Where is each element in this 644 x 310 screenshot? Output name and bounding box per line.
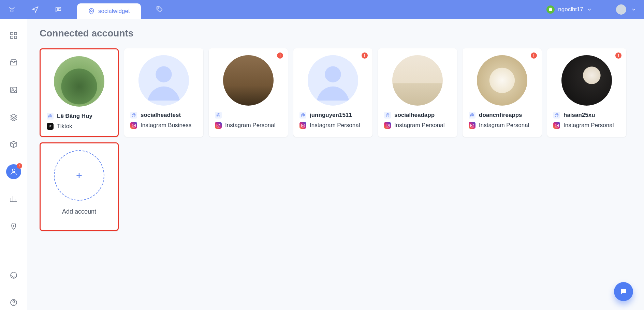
sidebar-item-dashboard[interactable] xyxy=(6,28,21,43)
avatar xyxy=(308,55,358,106)
platform-label: Instagram Personal xyxy=(394,122,444,129)
svg-rect-3 xyxy=(14,32,17,35)
platform-label: Instagram Personal xyxy=(310,122,360,129)
app-tab-wrap: socialwidget xyxy=(77,0,141,19)
sidebar: ! xyxy=(0,19,27,310)
svg-point-30 xyxy=(473,124,473,124)
at-icon: @ xyxy=(215,112,222,119)
warning-badge-icon: ! xyxy=(362,52,368,59)
sidebar-item-products[interactable] xyxy=(6,137,21,152)
add-account-circle xyxy=(54,150,104,201)
at-icon: @ xyxy=(469,112,475,119)
warning-badge-icon: ! xyxy=(615,52,621,59)
svg-point-1 xyxy=(158,7,159,9)
tag-icon[interactable] xyxy=(155,5,164,14)
svg-point-15 xyxy=(133,125,134,126)
platform-label: Instagram Personal xyxy=(225,122,275,129)
svg-rect-17 xyxy=(217,124,220,127)
chevron-down-icon xyxy=(631,7,636,12)
user-menu[interactable] xyxy=(616,4,636,15)
sidebar-item-help[interactable] xyxy=(6,295,21,310)
svg-rect-2 xyxy=(11,32,13,35)
sidebar-item-support[interactable] xyxy=(6,268,21,283)
sidebar-item-analytics[interactable] xyxy=(6,191,21,206)
svg-point-19 xyxy=(219,124,219,124)
platform-icon xyxy=(384,122,391,129)
svg-rect-14 xyxy=(132,124,135,127)
svg-rect-22 xyxy=(301,124,305,127)
svg-rect-4 xyxy=(11,36,13,38)
platform-label: Instagram Personal xyxy=(479,122,529,129)
platform-icon xyxy=(47,123,54,130)
svg-point-33 xyxy=(557,124,558,124)
page-title: Connected accounts xyxy=(40,28,644,39)
svg-point-0 xyxy=(91,10,92,12)
at-icon: @ xyxy=(299,112,306,119)
sidebar-item-layers[interactable] xyxy=(6,110,21,125)
svg-rect-28 xyxy=(470,124,474,127)
store-name: ngoclht17 xyxy=(558,6,583,13)
at-icon: @ xyxy=(130,112,137,119)
alert-badge-icon: ! xyxy=(17,163,22,169)
chat-icon[interactable] xyxy=(54,5,63,14)
svg-rect-6 xyxy=(11,87,17,93)
sidebar-item-accounts[interactable]: ! xyxy=(6,164,21,179)
add-account-label: Add account xyxy=(62,208,96,215)
avatar-icon xyxy=(616,4,626,15)
account-username: junnguyen1511 xyxy=(310,112,352,119)
plus-icon xyxy=(75,171,84,180)
svg-point-16 xyxy=(134,124,135,124)
platform-icon xyxy=(469,122,475,129)
at-icon: @ xyxy=(47,113,54,120)
svg-rect-25 xyxy=(386,124,389,127)
sidebar-item-inbox[interactable] xyxy=(6,55,21,70)
send-icon[interactable] xyxy=(31,5,40,14)
platform-label: Tiktok xyxy=(57,123,72,130)
account-card[interactable]: @ Instagram Personal ! xyxy=(209,48,288,137)
store-switcher[interactable]: ngoclht17 xyxy=(546,5,592,14)
avatar xyxy=(477,55,527,106)
at-icon: @ xyxy=(384,112,391,119)
sidebar-item-billing[interactable] xyxy=(6,219,21,234)
top-bar: socialwidget ngoclht17 xyxy=(0,0,644,19)
platform-icon xyxy=(299,122,306,129)
account-username: doancnfireapps xyxy=(479,112,522,119)
svg-rect-31 xyxy=(555,124,558,127)
chat-fab[interactable] xyxy=(614,282,633,301)
warning-badge-icon: ! xyxy=(531,52,537,59)
avatar xyxy=(392,55,443,106)
at-icon: @ xyxy=(553,112,560,119)
svg-point-8 xyxy=(12,169,15,172)
logo-icon[interactable] xyxy=(8,5,16,14)
avatar xyxy=(561,55,612,106)
platform-icon xyxy=(553,122,560,129)
add-account-card[interactable]: Add account xyxy=(40,142,119,231)
svg-point-11 xyxy=(13,304,14,304)
platform-label: Instagram Business xyxy=(141,122,191,129)
tab-label: socialwidget xyxy=(98,8,130,15)
account-username: socialheadapp xyxy=(394,112,435,119)
platform-icon xyxy=(130,122,137,129)
account-card[interactable]: @ socialheadapp Instagram Personal xyxy=(378,48,457,137)
avatar xyxy=(54,56,104,107)
app-shell: ! Connected accounts @ Lê Đăng Huy Tikto… xyxy=(0,19,644,310)
svg-point-27 xyxy=(388,124,389,124)
svg-point-21 xyxy=(325,66,341,82)
svg-point-18 xyxy=(218,125,219,126)
account-card[interactable]: @ haisan25xu Instagram Personal ! xyxy=(547,48,626,137)
platform-label: Instagram Personal xyxy=(564,122,614,129)
platform-icon xyxy=(215,122,222,129)
account-username: Lê Đăng Huy xyxy=(57,113,92,120)
account-username: haisan25xu xyxy=(564,112,595,119)
account-card[interactable]: @ socialheadtest Instagram Business xyxy=(124,48,203,137)
sidebar-item-gallery[interactable] xyxy=(6,82,21,97)
svg-point-26 xyxy=(387,125,388,126)
account-card[interactable]: @ Lê Đăng Huy Tiktok xyxy=(40,48,119,137)
accounts-grid: @ Lê Đăng Huy Tiktok @ socialheadtest In… xyxy=(27,48,644,231)
account-card[interactable]: @ doancnfireapps Instagram Personal ! xyxy=(463,48,542,137)
account-username: socialheadtest xyxy=(141,112,181,119)
account-card[interactable]: @ junnguyen1511 Instagram Personal ! xyxy=(293,48,372,137)
tab-socialwidget[interactable]: socialwidget xyxy=(77,3,141,19)
svg-point-24 xyxy=(304,124,304,124)
warning-badge-icon: ! xyxy=(277,52,283,59)
